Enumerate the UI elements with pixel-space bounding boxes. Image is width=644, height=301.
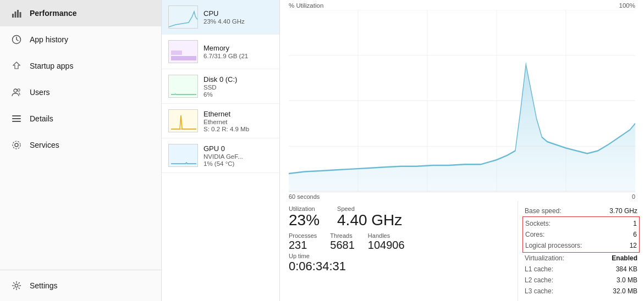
svg-point-10 [15, 143, 18, 147]
startup-icon [11, 60, 22, 71]
main-content: CPU 23% 4.40 GHz Memory 6.7/31.9 GB (21 [162, 0, 644, 301]
processes-value: 231 [289, 239, 317, 252]
svg-point-12 [15, 284, 18, 287]
gpu-thumbnail [168, 144, 198, 167]
sidebar-item-users[interactable]: Users [0, 79, 161, 105]
svg-rect-8 [12, 118, 21, 119]
svg-rect-0 [12, 14, 14, 18]
svg-rect-13 [171, 56, 196, 60]
sidebar-item-settings[interactable]: Settings [0, 272, 161, 299]
memory-info: Memory 6.7/31.9 GB (21 [203, 44, 273, 59]
spec-l2: L2 cache: 3.0 MB [525, 275, 637, 286]
gpu-name: GPU 0 [203, 144, 273, 153]
sidebar-label-services: Services [30, 141, 59, 149]
threads-value: 5681 [330, 239, 355, 252]
sidebar-label-startup-apps: Startup apps [30, 62, 73, 70]
settings-icon [11, 280, 22, 291]
stats-section: Utilization 23% Speed 4.40 GHz Processes… [280, 201, 518, 276]
l1-label: L1 cache: [525, 265, 553, 273]
base-speed-label: Base speed: [525, 207, 562, 215]
l2-label: L2 cache: [525, 276, 553, 284]
utilization-label: % Utilization [289, 2, 323, 9]
svg-point-11 [13, 141, 20, 149]
cores-label: Cores: [525, 231, 544, 238]
sidebar-label-performance: Performance [30, 9, 77, 18]
l2-value: 3.0 MB [617, 276, 637, 284]
sidebar-item-startup-apps[interactable]: Startup apps [0, 53, 161, 79]
base-speed-value: 3.70 GHz [609, 207, 637, 215]
sidebar-item-services[interactable]: Services [0, 132, 161, 158]
virtualization-value: Enabled [612, 254, 637, 262]
memory-name: Memory [203, 44, 273, 52]
specs-panel: Base speed: 3.70 GHz Sockets: 1 Cores: 6… [518, 201, 644, 301]
handles-label: Handles [368, 232, 405, 239]
svg-rect-3 [20, 12, 21, 18]
cpu-name: CPU [203, 9, 273, 18]
svg-point-6 [18, 89, 20, 91]
ethernet-info: Ethernet Ethernet S: 0.2 R: 4.9 Mb [203, 110, 273, 132]
sidebar-item-details[interactable]: Details [0, 105, 161, 132]
app-history-icon [11, 34, 22, 45]
cpu-info: CPU 23% 4.40 GHz [203, 9, 273, 25]
device-item-ethernet[interactable]: Ethernet Ethernet S: 0.2 R: 4.9 Mb [162, 104, 279, 138]
spec-l3: L3 cache: 32.0 MB [525, 286, 637, 297]
threads-block: Threads 5681 [330, 232, 355, 252]
spec-l1: L1 cache: 384 KB [525, 264, 637, 275]
handles-value: 104906 [368, 239, 405, 252]
handles-block: Handles 104906 [368, 232, 405, 252]
ethernet-sub1: Ethernet [203, 119, 273, 125]
disk-sub1: SSD [203, 84, 273, 91]
performance-icon [11, 8, 22, 19]
ethernet-name: Ethernet [203, 110, 273, 118]
svg-rect-2 [17, 10, 19, 18]
uptime-value: 0:06:34:31 [289, 259, 509, 274]
highlight-box: Sockets: 1 Cores: 6 Logical processors: … [522, 216, 640, 253]
ethernet-thumbnail [168, 109, 198, 132]
device-item-disk[interactable]: Disk 0 (C:) SSD 6% [162, 69, 279, 104]
spec-sockets: Sockets: 1 [525, 218, 637, 229]
disk-thumbnail [168, 75, 198, 98]
speed-block: Speed 4.40 GHz [337, 205, 402, 229]
utilization-value: 23% [289, 212, 320, 229]
primary-stats-row: Utilization 23% Speed 4.40 GHz [289, 205, 509, 229]
processes-block: Processes 231 [289, 232, 317, 252]
l3-label: L3 cache: [525, 287, 553, 295]
cpu-chart [289, 10, 635, 192]
users-icon [11, 87, 22, 98]
device-item-gpu[interactable]: GPU 0 NVIDIA GeF... 1% (54 °C) [162, 138, 279, 173]
device-item-cpu[interactable]: CPU 23% 4.40 GHz [162, 0, 279, 35]
device-item-memory[interactable]: Memory 6.7/31.9 GB (21 [162, 35, 279, 69]
disk-name: Disk 0 (C:) [203, 75, 273, 83]
svg-rect-7 [12, 115, 21, 116]
l1-value: 384 KB [616, 265, 637, 273]
sidebar-item-app-history[interactable]: App history [0, 26, 161, 53]
sidebar: Performance App history Startup apps Use… [0, 0, 162, 301]
sockets-label: Sockets: [525, 220, 551, 227]
left-stats: Utilization 23% Speed 4.40 GHz Processes… [280, 201, 518, 301]
sidebar-item-performance[interactable]: Performance [0, 0, 161, 26]
details-icon [11, 113, 22, 124]
disk-info: Disk 0 (C:) SSD 6% [203, 75, 273, 98]
bottom-area: Utilization 23% Speed 4.40 GHz Processes… [280, 201, 644, 301]
sidebar-bottom: Settings [0, 270, 161, 301]
svg-rect-14 [171, 51, 182, 55]
spec-virtualization: Virtualization: Enabled [525, 253, 637, 264]
disk-sub2: 6% [203, 91, 273, 98]
svg-point-5 [14, 89, 17, 92]
chart-header: % Utilization 100% [280, 0, 644, 10]
svg-rect-9 [12, 121, 21, 122]
svg-rect-1 [15, 12, 16, 18]
speed-value: 4.40 GHz [337, 212, 402, 229]
ethernet-sub2: S: 0.2 R: 4.9 Mb [203, 126, 273, 132]
logical-value: 12 [630, 242, 637, 249]
threads-label: Threads [330, 232, 355, 239]
counts-row: Processes 231 Threads 5681 Handles 10490… [289, 232, 509, 252]
cpu-thumbnail [168, 5, 198, 29]
memory-sub: 6.7/31.9 GB (21 [203, 53, 273, 59]
time-label: 60 seconds [289, 193, 320, 200]
l3-value: 32.0 MB [613, 287, 637, 295]
sockets-value: 1 [633, 220, 637, 227]
sidebar-label-details: Details [30, 114, 53, 123]
zero-label: 0 [632, 193, 635, 200]
logical-label: Logical processors: [525, 242, 582, 249]
